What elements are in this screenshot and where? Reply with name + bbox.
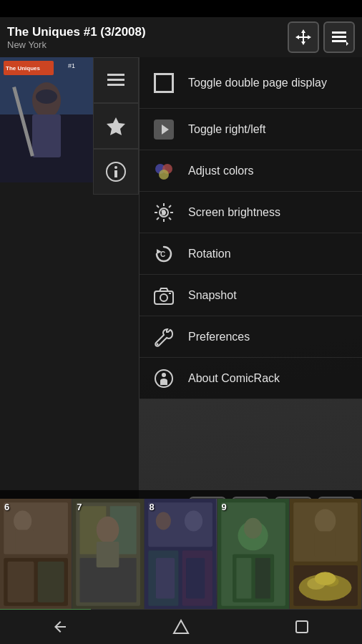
svg-marker-3 — [346, 42, 348, 46]
svg-rect-94 — [315, 531, 336, 557]
menu-snapshot[interactable]: Snapshot — [140, 275, 362, 316]
info-button[interactable] — [93, 149, 139, 195]
thumb-num-7: 7 — [77, 502, 82, 512]
svg-text:The Uniques: The Uniques — [6, 65, 41, 72]
thumb-num-9: 9 — [222, 502, 227, 512]
thumb-bg-6 — [0, 499, 72, 610]
menu-snapshot-label: Snapshot — [188, 289, 237, 302]
main-area: The Uniques #1 — [0, 57, 362, 540]
svg-rect-58 — [4, 502, 68, 554]
comic-subtitle: New York — [7, 39, 288, 50]
svg-rect-84 — [255, 558, 270, 599]
menu-brightness-label: Screen brightness — [188, 206, 280, 219]
list-view-button[interactable] — [93, 57, 139, 103]
menu-toggle-rl[interactable]: Toggle right/left — [140, 109, 362, 150]
brightness-icon: S — [151, 200, 177, 225]
svg-rect-47 — [169, 293, 171, 294]
top-bar: The Uniques #1 (3/2008) New York — [0, 17, 362, 57]
svg-point-15 — [36, 89, 57, 104]
menu-rotation[interactable]: C Rotation — [140, 233, 362, 275]
thumb-num-6: 6 — [4, 502, 9, 512]
svg-line-41 — [157, 218, 159, 220]
svg-point-92 — [315, 572, 336, 585]
menu-preferences[interactable]: Preferences — [140, 316, 362, 358]
svg-rect-61 — [38, 562, 64, 602]
camera-icon — [151, 283, 177, 308]
menu-brightness[interactable]: S Screen brightness — [140, 192, 362, 233]
comic-cover: The Uniques #1 — [0, 57, 93, 182]
svg-point-69 — [97, 517, 119, 543]
svg-rect-96 — [296, 621, 308, 633]
rotation-icon: C — [151, 241, 177, 267]
menu-toggle-double-label: Toggle double page display — [188, 77, 327, 89]
android-nav-bar — [0, 610, 362, 644]
svg-point-26 — [114, 166, 117, 169]
svg-rect-78 — [186, 558, 205, 599]
thumbnail-8[interactable]: 8 — [145, 499, 217, 610]
svg-line-40 — [169, 205, 171, 208]
menu-button[interactable] — [323, 21, 355, 53]
svg-rect-21 — [107, 79, 124, 81]
svg-rect-83 — [236, 558, 251, 599]
svg-rect-60 — [8, 562, 34, 602]
svg-point-31 — [159, 170, 169, 180]
svg-line-38 — [157, 205, 159, 208]
thumb-bg-9 — [217, 499, 289, 610]
menu-toggle-double[interactable]: Toggle double page display — [140, 57, 362, 109]
svg-point-62 — [14, 511, 31, 532]
menu-adjust-colors[interactable]: Adjust colors — [140, 150, 362, 192]
favorites-button[interactable] — [93, 103, 139, 149]
thumb-bg-7 — [72, 499, 144, 610]
thumb-bg-10 — [290, 499, 361, 610]
svg-text:#1: #1 — [68, 62, 75, 69]
thumbnail-strip: 6 7 — [0, 499, 362, 610]
svg-point-50 — [162, 373, 166, 377]
svg-line-39 — [169, 218, 171, 220]
dropdown-menu: Toggle double page display Toggle right/… — [139, 57, 362, 399]
comic-title: The Uniques #1 (3/2008) — [7, 25, 288, 39]
colors-icon — [151, 158, 177, 184]
top-buttons — [288, 21, 355, 53]
svg-rect-25 — [114, 170, 117, 177]
thumbnail-9[interactable]: 9 — [217, 499, 290, 610]
play-icon — [151, 117, 177, 142]
svg-point-46 — [160, 294, 167, 301]
move-button[interactable] — [288, 21, 319, 53]
sidebar: The Uniques #1 — [0, 57, 139, 540]
svg-rect-63 — [15, 530, 34, 552]
menu-toggle-rl-label: Toggle right/left — [188, 123, 266, 136]
svg-point-76 — [185, 511, 202, 532]
svg-point-85 — [244, 518, 262, 539]
svg-point-93 — [315, 509, 336, 532]
svg-rect-14 — [32, 114, 61, 157]
menu-about[interactable]: About ComicRack — [140, 358, 362, 399]
svg-rect-70 — [97, 542, 119, 567]
title-section: The Uniques #1 (3/2008) New York — [7, 25, 288, 50]
square-icon — [151, 70, 177, 96]
thumb-num-8: 8 — [149, 502, 154, 512]
menu-about-label: About ComicRack — [188, 372, 280, 385]
svg-rect-2 — [332, 40, 346, 42]
wrench-icon — [151, 324, 177, 350]
svg-marker-95 — [174, 620, 188, 633]
thumbnail-7[interactable]: 7 — [72, 499, 145, 610]
home-button[interactable] — [160, 613, 202, 641]
svg-rect-1 — [332, 36, 346, 38]
back-button[interactable] — [39, 613, 82, 641]
menu-adjust-colors-label: Adjust colors — [188, 165, 254, 177]
svg-marker-23 — [107, 117, 125, 135]
svg-text:S: S — [161, 209, 166, 217]
thumbnail-6[interactable]: 6 — [0, 499, 72, 610]
thumb-bg-8 — [145, 499, 216, 610]
sidebar-icons — [93, 57, 139, 195]
svg-rect-22 — [107, 84, 124, 86]
menu-rotation-label: Rotation — [188, 248, 231, 260]
svg-rect-20 — [107, 74, 124, 76]
recents-button[interactable] — [280, 613, 323, 641]
thumbnail-10[interactable] — [290, 499, 362, 610]
svg-rect-77 — [156, 558, 175, 599]
svg-point-48 — [157, 343, 159, 345]
menu-preferences-label: Preferences — [188, 331, 250, 343]
svg-point-75 — [156, 512, 171, 530]
svg-text:C: C — [160, 250, 165, 258]
